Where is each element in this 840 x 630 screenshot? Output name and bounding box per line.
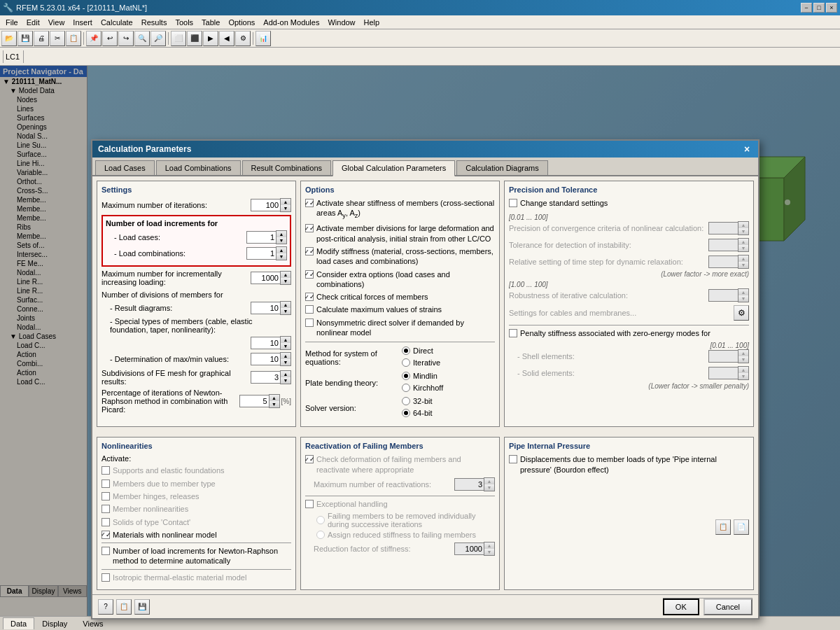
shell-up[interactable]: ▲ xyxy=(738,350,748,356)
percentage-input[interactable] xyxy=(239,395,269,407)
menu-item-insert[interactable]: Insert xyxy=(69,17,97,28)
toolbar-btn-7[interactable]: ↪ xyxy=(118,31,134,46)
subdivisions-input[interactable] xyxy=(251,371,280,384)
tolerance-input[interactable] xyxy=(708,239,738,251)
option-shear-cb[interactable]: ✓ xyxy=(305,199,314,207)
menu-item-view[interactable]: View xyxy=(44,17,69,28)
special-types-input[interactable] xyxy=(251,337,280,349)
subdivisions-up[interactable]: ▲ xyxy=(281,371,290,377)
det-max-min-down[interactable]: ▼ xyxy=(281,359,290,365)
exceptional-cb[interactable] xyxy=(305,500,314,508)
settings-cables-btn[interactable]: ⚙ xyxy=(734,305,749,321)
load-cases-down[interactable]: ▼ xyxy=(276,237,286,244)
menu-item-edit[interactable]: Edit xyxy=(22,17,44,28)
nonlin-solids-cb[interactable] xyxy=(102,518,110,526)
pipe-displacements-cb[interactable] xyxy=(509,455,517,463)
max-incremental-down[interactable]: ▼ xyxy=(281,278,290,284)
tab-display[interactable]: Display xyxy=(34,617,75,630)
cancel-button[interactable]: Cancel xyxy=(704,598,752,615)
solid-input[interactable] xyxy=(708,367,738,379)
det-max-min-input[interactable] xyxy=(251,353,280,365)
dialog-tab-3[interactable]: Global Calculation Parameters xyxy=(332,160,455,176)
isotropic-cb[interactable] xyxy=(102,573,110,582)
toolbar-btn-1[interactable]: 💾 xyxy=(18,31,33,46)
load-combinations-up[interactable]: ▲ xyxy=(276,247,286,253)
nonlin-supports-cb[interactable] xyxy=(102,466,110,475)
menu-item-table[interactable]: Table xyxy=(197,17,224,28)
dialog-tab-2[interactable]: Result Combinations xyxy=(242,160,332,175)
shell-down[interactable]: ▼ xyxy=(738,356,748,363)
precision-up[interactable]: ▲ xyxy=(738,222,748,228)
result-diagrams-input[interactable] xyxy=(251,302,280,314)
toolbar-btn-6[interactable]: ↩ xyxy=(102,31,118,46)
relative-setting-down[interactable]: ▼ xyxy=(738,262,748,268)
result-diagrams-up[interactable]: ▲ xyxy=(281,302,290,308)
precision-down[interactable]: ▼ xyxy=(738,228,748,234)
toolbar-btn-14[interactable]: ⚙ xyxy=(235,31,251,46)
load-cases-up[interactable]: ▲ xyxy=(276,231,286,237)
dialog-tab-0[interactable]: Load Cases xyxy=(95,160,155,175)
dialog-icon-btn-1[interactable]: ? xyxy=(98,599,113,615)
penalty-cb[interactable] xyxy=(509,329,517,337)
ok-button[interactable]: OK xyxy=(663,598,699,615)
plate-mindlin-radio[interactable] xyxy=(402,372,410,380)
option-nonsymmetric-cb[interactable] xyxy=(305,318,314,327)
menu-item-window[interactable]: Window xyxy=(323,17,359,28)
maximize-button[interactable]: □ xyxy=(813,3,825,13)
dialog-icon-btn-3[interactable]: 💾 xyxy=(134,599,150,615)
toolbar-btn-11[interactable]: ⬛ xyxy=(187,31,202,46)
max-reactivations-input[interactable] xyxy=(454,478,484,491)
toolbar-btn-8[interactable]: 🔍 xyxy=(134,31,150,46)
nonlin-hinges-cb[interactable] xyxy=(102,492,110,500)
nonlin-materials-cb[interactable]: ✓ xyxy=(102,531,110,539)
precision-input[interactable] xyxy=(708,222,738,234)
option-critical-forces-cb[interactable]: ✓ xyxy=(305,293,314,301)
failing-individual-radio[interactable] xyxy=(316,516,325,524)
check-deformation-cb[interactable]: ✓ xyxy=(305,455,314,463)
det-max-min-up[interactable]: ▲ xyxy=(281,353,290,359)
subdivisions-down[interactable]: ▼ xyxy=(281,377,290,384)
toolbar-btn-13[interactable]: ◀ xyxy=(219,31,234,46)
solver-32bit-radio[interactable] xyxy=(402,397,410,405)
nonlin-members-type-cb[interactable] xyxy=(102,479,110,488)
solid-down[interactable]: ▼ xyxy=(738,373,748,379)
special-types-up[interactable]: ▲ xyxy=(281,337,290,343)
toolbar-btn-12[interactable]: ▶ xyxy=(203,31,218,46)
percentage-down[interactable]: ▼ xyxy=(270,401,279,407)
max-incremental-up[interactable]: ▲ xyxy=(281,272,290,278)
pipe-icon-btn-1[interactable]: 📋 xyxy=(715,519,731,535)
menu-item-calculate[interactable]: Calculate xyxy=(97,17,137,28)
dialog-tab-1[interactable]: Load Combinations xyxy=(156,160,241,175)
pipe-icon-btn-2[interactable]: 📄 xyxy=(734,519,749,535)
menu-item-results[interactable]: Results xyxy=(137,17,172,28)
method-direct-radio[interactable] xyxy=(402,346,410,355)
option-max-strains-cb[interactable] xyxy=(305,305,314,314)
toolbar-btn-10[interactable]: ⬜ xyxy=(171,31,186,46)
plate-kirchhoff-radio[interactable] xyxy=(402,384,410,392)
robustness-down[interactable]: ▼ xyxy=(738,295,748,302)
menu-item-file[interactable]: File xyxy=(1,17,22,28)
auto-increment-cb[interactable] xyxy=(102,547,110,555)
menu-item-add-on-modules[interactable]: Add-on Modules xyxy=(259,17,323,28)
option-modify-stiffness-cb[interactable]: ✓ xyxy=(305,247,314,255)
toolbar-btn-5[interactable]: 📌 xyxy=(86,31,102,46)
reduction-factor-input[interactable] xyxy=(454,542,484,555)
max-iterations-up[interactable]: ▲ xyxy=(281,199,290,205)
solid-up[interactable]: ▲ xyxy=(738,367,748,373)
reduction-factor-up[interactable]: ▲ xyxy=(484,542,494,549)
option-member-divisions-cb[interactable]: ✓ xyxy=(305,224,314,232)
option-extra-options-cb[interactable]: ✓ xyxy=(305,270,314,279)
tolerance-down[interactable]: ▼ xyxy=(738,245,748,251)
toolbar-btn-3[interactable]: ✂ xyxy=(50,31,65,46)
dialog-icon-btn-2[interactable]: 📋 xyxy=(116,599,132,615)
minimize-button[interactable]: − xyxy=(801,3,812,13)
relative-setting-input[interactable] xyxy=(708,255,738,268)
toolbar-btn-4[interactable]: 📋 xyxy=(66,31,81,46)
toolbar-btn-2[interactable]: 🖨 xyxy=(34,31,49,46)
menu-item-help[interactable]: Help xyxy=(360,17,384,28)
solver-64bit-radio[interactable] xyxy=(402,409,410,417)
max-incremental-input[interactable] xyxy=(251,272,280,284)
change-standard-cb[interactable] xyxy=(509,199,517,207)
toolbar-btn-15[interactable]: 📊 xyxy=(255,31,271,46)
toolbar-btn-0[interactable]: 📂 xyxy=(1,31,17,46)
